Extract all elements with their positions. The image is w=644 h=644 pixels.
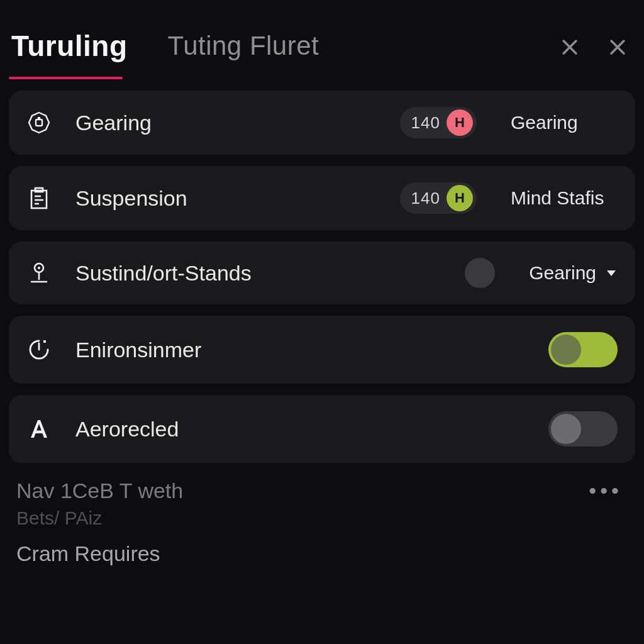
tab-turuling[interactable]: Turuling xyxy=(9,18,139,79)
chevron-down-icon xyxy=(605,262,618,284)
footer-line-2: Bets/ PAiz xyxy=(16,506,628,531)
timer-icon xyxy=(26,337,60,362)
svg-rect-6 xyxy=(38,117,40,119)
gearing-value-pill[interactable]: 140 H xyxy=(400,107,477,138)
settings-panel: Turuling Tuting Fluret Gearing xyxy=(0,0,644,569)
svg-marker-14 xyxy=(607,270,616,276)
row-label: Suspension xyxy=(75,186,187,211)
gearing-chip: H xyxy=(447,109,473,136)
dropdown-value: Gearing xyxy=(529,262,596,284)
footer-line-1: Nav 1CeB T weth xyxy=(16,477,183,506)
suspension-value-pill[interactable]: 140 H xyxy=(400,182,477,214)
row-enironsinmer[interactable]: Enironsinmer xyxy=(9,316,635,384)
settings-list: Gearing 140 H Gearing Suspension xyxy=(9,91,635,463)
toggle-knob xyxy=(551,414,581,444)
pin-icon xyxy=(26,260,60,286)
clipboard-icon xyxy=(26,186,60,211)
close-button-2[interactable] xyxy=(600,31,635,66)
row-label: Aerorecled xyxy=(75,417,179,441)
svg-rect-16 xyxy=(43,340,46,343)
row-suspension[interactable]: Suspension 140 H Mind Stafis xyxy=(9,166,635,230)
row-aerorecled[interactable]: Aerorecled xyxy=(9,395,635,463)
suspension-value: 140 xyxy=(411,189,440,208)
close-icon xyxy=(607,36,628,60)
row-gearing[interactable]: Gearing 140 H Gearing xyxy=(9,91,635,155)
footer-section: Nav 1CeB T weth ••• Bets/ PAiz Cram Requ… xyxy=(9,474,635,569)
row-label: Sustind/ort-Stands xyxy=(75,261,252,286)
enironsinmer-toggle[interactable] xyxy=(548,332,618,367)
suspension-right-label: Mind Stafis xyxy=(511,187,618,209)
sustind-dropdown[interactable]: Gearing xyxy=(529,262,618,284)
letter-a-icon xyxy=(26,416,60,441)
close-button-1[interactable] xyxy=(552,31,587,66)
svg-point-13 xyxy=(38,267,40,269)
footer-line-3: Cram Requires xyxy=(16,540,628,569)
suspension-chip: H xyxy=(447,185,473,211)
sustind-indicator[interactable] xyxy=(465,258,495,288)
svg-marker-4 xyxy=(29,113,49,133)
gearing-right-label: Gearing xyxy=(511,112,618,133)
svg-rect-5 xyxy=(36,119,42,126)
close-icon xyxy=(559,36,580,60)
gearing-icon xyxy=(26,110,60,135)
row-label: Enironsinmer xyxy=(75,338,201,362)
tabs-row: Turuling Tuting Fluret xyxy=(9,0,635,79)
row-label: Gearing xyxy=(75,111,152,135)
row-sustind[interactable]: Sustind/ort-Stands Gearing xyxy=(9,242,635,304)
more-button[interactable]: ••• xyxy=(589,479,628,503)
gearing-value: 140 xyxy=(411,113,440,133)
tab-tuting-fluret[interactable]: Tuting Fluret xyxy=(165,19,331,77)
toggle-knob xyxy=(551,335,581,365)
aerorecled-toggle[interactable] xyxy=(548,411,618,447)
